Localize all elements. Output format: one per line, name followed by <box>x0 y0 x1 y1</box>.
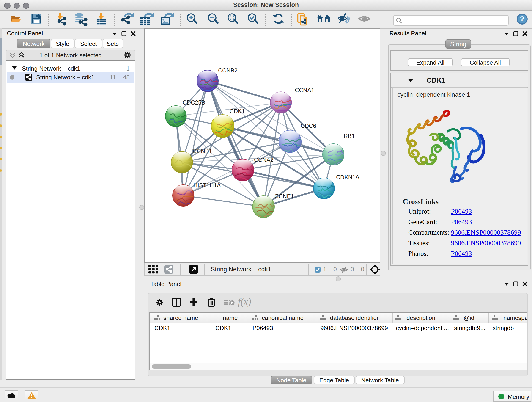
svg-text:CDKN1A: CDKN1A <box>336 174 360 180</box>
svg-text:CCNA1: CCNA1 <box>295 87 314 93</box>
svg-text:RB1: RB1 <box>344 133 355 139</box>
svg-text:CCNB2: CCNB2 <box>218 67 238 74</box>
svg-text:CDK1: CDK1 <box>230 108 245 114</box>
svg-text:CDC25B: CDC25B <box>183 99 205 106</box>
svg-text:?: ? <box>520 15 525 23</box>
svg-text:CCNB1: CCNB1 <box>193 148 212 154</box>
svg-text:CCNA2: CCNA2 <box>254 157 273 163</box>
svg-text:CCNE1: CCNE1 <box>274 193 294 199</box>
svg-text:CDC6: CDC6 <box>301 123 316 129</box>
svg-text:HIST1H1A: HIST1H1A <box>193 182 221 188</box>
